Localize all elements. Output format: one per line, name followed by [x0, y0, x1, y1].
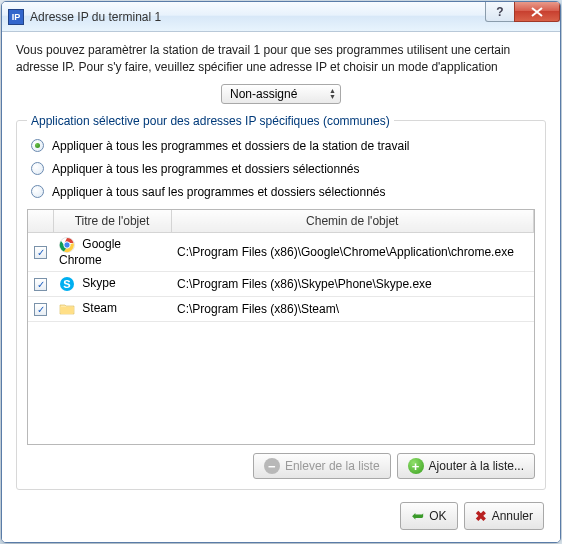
close-button[interactable] [514, 2, 560, 22]
check-arrow-icon: ➥ [411, 507, 424, 525]
minus-icon: − [264, 458, 280, 474]
row-checkbox[interactable]: ✓ [34, 278, 47, 291]
chrome-icon [59, 237, 75, 253]
row-name: Steam [82, 301, 117, 315]
col-check[interactable] [28, 210, 53, 233]
app-icon: IP [8, 9, 24, 25]
ip-mode-select[interactable]: Non-assigné ▲▼ [221, 84, 341, 104]
radio-icon [31, 185, 44, 198]
svg-text:S: S [63, 278, 70, 290]
row-path: C:\Program Files (x86)\Skype\Phone\Skype… [171, 271, 534, 296]
folder-icon [59, 301, 75, 317]
remove-label: Enlever de la liste [285, 459, 380, 473]
ip-mode-value: Non-assigné [230, 87, 323, 101]
intro-text: Vous pouvez paramètrer la station de tra… [16, 42, 546, 76]
dialog-window: IP Adresse IP du terminal 1 ? Vous pouve… [1, 1, 561, 543]
radio-icon [31, 162, 44, 175]
row-checkbox[interactable]: ✓ [34, 303, 47, 316]
group-legend: Application sélective pour des adresses … [27, 114, 394, 128]
table-row[interactable]: ✓ Google Chrome C:\Program Files (x86)\G… [28, 232, 534, 271]
skype-icon: S [59, 276, 75, 292]
programs-table-container: Titre de l'objet Chemin de l'objet ✓ Goo [27, 209, 535, 445]
radio-option-1[interactable]: Appliquer à tous les programmes et dossi… [31, 162, 535, 176]
radio-option-2[interactable]: Appliquer à tous sauf les programmes et … [31, 185, 535, 199]
remove-from-list-button[interactable]: − Enlever de la liste [253, 453, 391, 479]
programs-table: Titre de l'objet Chemin de l'objet ✓ Goo [28, 210, 534, 322]
radio-icon [31, 139, 44, 152]
help-button[interactable]: ? [485, 2, 515, 22]
cancel-button[interactable]: ✖ Annuler [464, 502, 544, 530]
ok-label: OK [429, 509, 446, 523]
radio-label: Appliquer à tous les programmes et dossi… [52, 162, 360, 176]
cancel-label: Annuler [492, 509, 533, 523]
col-name[interactable]: Titre de l'objet [53, 210, 171, 233]
radio-option-0[interactable]: Appliquer à tous les programmes et dossi… [31, 139, 535, 153]
col-path[interactable]: Chemin de l'objet [171, 210, 534, 233]
ok-button[interactable]: ➥ OK [400, 502, 457, 530]
row-path: C:\Program Files (x86)\Google\Chrome\App… [171, 232, 534, 271]
close-icon [531, 7, 543, 17]
radio-label: Appliquer à tous sauf les programmes et … [52, 185, 386, 199]
add-label: Ajouter à la liste... [429, 459, 524, 473]
table-row[interactable]: ✓ S Skype C:\Program Files (x86)\Skype\P… [28, 271, 534, 296]
row-name: Skype [82, 276, 115, 290]
titlebar[interactable]: IP Adresse IP du terminal 1 ? [2, 2, 560, 32]
stepper-icon: ▲▼ [329, 88, 336, 100]
row-checkbox[interactable]: ✓ [34, 246, 47, 259]
dialog-content: Vous pouvez paramètrer la station de tra… [2, 32, 560, 542]
cancel-icon: ✖ [475, 508, 487, 524]
add-to-list-button[interactable]: + Ajouter à la liste... [397, 453, 535, 479]
selective-application-group: Application sélective pour des adresses … [16, 114, 546, 490]
plus-icon: + [408, 458, 424, 474]
radio-label: Appliquer à tous les programmes et dossi… [52, 139, 410, 153]
window-title: Adresse IP du terminal 1 [30, 10, 486, 24]
table-row[interactable]: ✓ Steam C:\Program Files (x86)\Steam\ [28, 296, 534, 321]
row-path: C:\Program Files (x86)\Steam\ [171, 296, 534, 321]
